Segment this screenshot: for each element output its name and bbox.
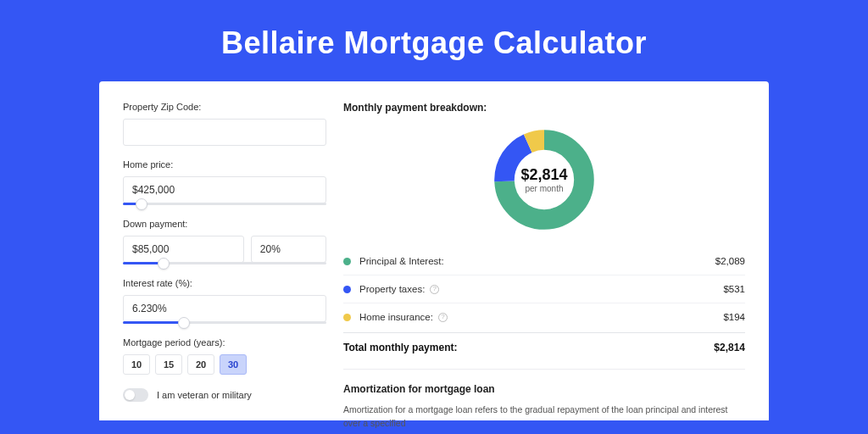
amortization-section: Amortization for mortgage loan Amortizat… bbox=[343, 369, 745, 431]
zip-label: Property Zip Code: bbox=[123, 102, 326, 112]
home-price-input[interactable] bbox=[123, 176, 326, 203]
slider-thumb[interactable] bbox=[158, 258, 170, 270]
down-payment-pct-input[interactable] bbox=[251, 236, 326, 263]
down-payment-input[interactable] bbox=[123, 236, 244, 263]
amortization-title: Amortization for mortgage loan bbox=[343, 383, 745, 395]
period-option-10[interactable]: 10 bbox=[123, 354, 150, 375]
legend-value: $2,089 bbox=[715, 256, 745, 266]
legend-label: Home insurance:? bbox=[359, 312, 723, 322]
donut-chart: $2,814 per month bbox=[492, 127, 597, 232]
legend-label: Principal & Interest: bbox=[359, 256, 715, 266]
period-option-30[interactable]: 30 bbox=[220, 354, 247, 375]
legend-dot bbox=[343, 258, 351, 265]
down-payment-label: Down payment: bbox=[123, 219, 326, 229]
period-option-15[interactable]: 15 bbox=[155, 354, 182, 375]
donut-center: $2,814 per month bbox=[492, 127, 597, 232]
total-label: Total monthly payment: bbox=[343, 342, 457, 353]
period-field: Mortgage period (years): 10152030 bbox=[123, 337, 326, 375]
interest-label: Interest rate (%): bbox=[123, 278, 326, 288]
breakdown-column: Monthly payment breakdown: $2,814 per mo… bbox=[343, 102, 745, 420]
info-icon[interactable]: ? bbox=[430, 285, 439, 294]
interest-slider[interactable] bbox=[123, 321, 326, 324]
slider-thumb[interactable] bbox=[178, 317, 190, 329]
down-payment-field: Down payment: bbox=[123, 219, 326, 264]
interest-input[interactable] bbox=[123, 295, 326, 322]
legend-label: Property taxes:? bbox=[359, 284, 723, 294]
total-value: $2,814 bbox=[714, 342, 745, 353]
donut-sub: per month bbox=[525, 184, 563, 193]
legend-row: Principal & Interest:$2,089 bbox=[343, 248, 745, 275]
amortization-text: Amortization for a mortgage loan refers … bbox=[343, 403, 745, 431]
period-label: Mortgage period (years): bbox=[123, 337, 326, 348]
slider-thumb[interactable] bbox=[136, 198, 147, 210]
down-payment-slider[interactable] bbox=[123, 262, 326, 264]
home-price-label: Home price: bbox=[123, 159, 326, 170]
veteran-toggle-label: I am veteran or military bbox=[157, 390, 252, 400]
legend-value: $531 bbox=[723, 284, 745, 294]
total-row: Total monthly payment: $2,814 bbox=[343, 332, 745, 365]
home-price-field: Home price: bbox=[123, 159, 326, 205]
veteran-toggle-row: I am veteran or military bbox=[123, 388, 326, 402]
legend-value: $194 bbox=[723, 312, 745, 322]
legend-dot bbox=[343, 314, 351, 321]
veteran-toggle[interactable] bbox=[123, 388, 148, 402]
interest-field: Interest rate (%): bbox=[123, 278, 326, 324]
breakdown-title: Monthly payment breakdown: bbox=[343, 102, 745, 114]
calculator-card: Property Zip Code: Home price: Down paym… bbox=[99, 81, 769, 420]
home-price-slider[interactable] bbox=[123, 203, 326, 205]
legend-row: Property taxes:?$531 bbox=[343, 275, 745, 303]
page-title: Bellaire Mortgage Calculator bbox=[0, 0, 868, 81]
info-icon[interactable]: ? bbox=[438, 313, 448, 322]
legend-row: Home insurance:?$194 bbox=[343, 303, 745, 331]
legend-dot bbox=[343, 286, 351, 293]
donut-chart-wrap: $2,814 per month bbox=[343, 122, 745, 248]
donut-amount: $2,814 bbox=[520, 166, 567, 184]
period-option-20[interactable]: 20 bbox=[187, 354, 214, 375]
zip-field: Property Zip Code: bbox=[123, 102, 326, 146]
inputs-column: Property Zip Code: Home price: Down paym… bbox=[123, 102, 326, 420]
zip-input[interactable] bbox=[123, 119, 326, 146]
legend: Principal & Interest:$2,089Property taxe… bbox=[343, 248, 745, 331]
